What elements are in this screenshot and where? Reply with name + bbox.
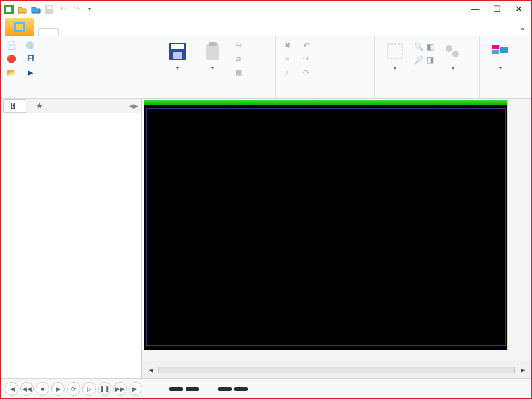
close-button[interactable]: ✕	[508, 2, 529, 17]
go-start-button[interactable]: |◀	[5, 382, 18, 396]
quick-access-toolbar: ↶ ↷ ▾	[3, 4, 95, 15]
record-icon: 🔴	[6, 53, 17, 64]
svg-rect-9	[206, 44, 219, 60]
save-icon	[167, 41, 188, 62]
undo-button[interactable]: ↶	[299, 39, 315, 51]
paste-button[interactable]: ▾	[196, 38, 229, 96]
time-ruler[interactable]	[142, 350, 531, 361]
cd-icon: 💿	[25, 40, 36, 51]
view-button[interactable]: ▾	[484, 38, 516, 96]
scroll-left-icon[interactable]: ◀	[146, 365, 155, 375]
new-file-icon: 📄	[6, 40, 17, 51]
tab-noise-reduction[interactable]	[115, 29, 134, 36]
qat-open2-icon[interactable]	[30, 4, 41, 15]
ribbon-group-editing: ✖ ⌗ ♪ ↶ ↷ ⟳	[276, 36, 375, 98]
scroll-strip: ◀ ▶	[142, 361, 531, 378]
qat-redo-icon[interactable]: ↷	[71, 4, 82, 15]
stop-button[interactable]: ■	[36, 382, 49, 396]
repeat-button[interactable]: ⟳	[299, 66, 315, 78]
tab-bookmark[interactable]	[134, 29, 153, 36]
waveform-canvas[interactable]	[144, 100, 507, 350]
delete-button[interactable]: ✖	[280, 39, 296, 51]
open-button[interactable]: 📂	[5, 66, 21, 78]
delete-icon: ✖	[282, 40, 292, 51]
save-button[interactable]: ▾	[161, 38, 194, 96]
marker-b-icon[interactable]: ◨	[427, 55, 434, 65]
effect-button[interactable]: ▾	[437, 38, 469, 96]
ribbon-group-save: ▾	[157, 36, 192, 98]
zoom-out-icon[interactable]: 🔎	[414, 55, 424, 65]
qat-undo-icon[interactable]: ↶	[57, 4, 68, 15]
sidebar-next-icon[interactable]: ▶	[134, 103, 138, 109]
tab-home[interactable]	[38, 28, 59, 36]
undo-icon: ↶	[300, 40, 311, 51]
svg-point-12	[446, 45, 452, 52]
tab-options[interactable]	[153, 29, 172, 36]
youtube-icon: ▶	[25, 67, 36, 78]
cut-button[interactable]: ✂	[232, 39, 248, 51]
load-cd-button[interactable]: 💿	[24, 39, 40, 51]
select-button[interactable]: ▾	[379, 38, 411, 96]
svg-rect-11	[388, 44, 402, 59]
sidebar-tabs: 🎚 ★ ◀▶	[1, 99, 141, 113]
pause-button[interactable]: ❚❚	[98, 382, 111, 396]
svg-rect-1	[6, 7, 11, 12]
select-all-icon: ▦	[233, 67, 244, 78]
get-youtube-button[interactable]: ▶	[24, 66, 40, 78]
qat-open-icon[interactable]	[17, 4, 28, 15]
forward-button[interactable]: ▶▶	[113, 382, 127, 396]
mix-file-button[interactable]: ♪	[280, 66, 296, 78]
ribbon-tabs: ⌃	[1, 18, 531, 36]
redo-icon: ↷	[300, 53, 311, 64]
group-label	[5, 96, 153, 97]
maximize-button[interactable]: ☐	[487, 2, 507, 17]
play-button[interactable]: ▶	[51, 382, 65, 396]
ribbon-group-clipboard: ▾ ✂ ⧉ ▦	[192, 36, 276, 98]
svg-rect-7	[171, 44, 184, 49]
go-end-button[interactable]: ▶|	[129, 382, 142, 396]
horizontal-scrollbar[interactable]	[158, 367, 515, 373]
minimize-button[interactable]: —	[465, 2, 485, 17]
sidebar-prev-icon[interactable]: ◀	[129, 103, 134, 109]
copy-icon: ⧉	[233, 53, 244, 64]
new-file-button[interactable]: 📄	[5, 39, 21, 51]
ribbon-collapse-icon[interactable]: ⌃	[519, 26, 531, 36]
select-icon	[384, 41, 406, 62]
app-icon	[3, 4, 14, 15]
crop-button[interactable]: ⌗	[280, 53, 296, 65]
import-video-button[interactable]: 🎞	[24, 53, 40, 65]
qat-dropdown-icon[interactable]: ▾	[84, 4, 95, 15]
sidebar-tab-effects[interactable]: 🎚	[3, 99, 26, 113]
marker-a-icon[interactable]: ◧	[427, 42, 434, 51]
sidebar-tab-favorites[interactable]: ★	[30, 100, 51, 112]
tab-edit[interactable]	[78, 29, 97, 36]
length-b-time	[234, 387, 248, 391]
svg-point-13	[452, 51, 459, 57]
redo-button[interactable]: ↷	[299, 53, 315, 65]
svg-rect-16	[500, 47, 508, 53]
crop-icon: ⌗	[282, 53, 292, 64]
transport-controls: |◀ ◀◀ ■ ▶ ⟳ ▷ ❚❚ ▶▶ ▶|	[5, 382, 142, 396]
application-menu-button[interactable]	[5, 18, 34, 36]
view-icon	[489, 41, 511, 62]
ribbon-group-select-effect: ▾ 🔍 🔎 ◧ ◨ ▾	[375, 36, 480, 98]
svg-rect-14	[492, 45, 499, 49]
copy-button[interactable]: ⧉	[232, 53, 248, 65]
rewind-button[interactable]: ◀◀	[20, 382, 34, 396]
select-all-button[interactable]: ▦	[232, 66, 248, 78]
repeat-icon: ⟳	[300, 67, 311, 78]
effects-icon: 🎚	[9, 101, 18, 111]
tab-help[interactable]	[172, 29, 191, 36]
cut-icon: ✂	[233, 40, 244, 51]
new-record-button[interactable]: 🔴	[5, 53, 21, 65]
play-selection-button[interactable]: ▷	[82, 382, 96, 396]
svg-rect-8	[173, 52, 182, 59]
scroll-right-icon[interactable]: ▶	[518, 365, 527, 375]
loop-button[interactable]: ⟳	[67, 382, 80, 396]
zoom-in-icon[interactable]: 🔍	[414, 42, 424, 51]
tab-effect[interactable]	[97, 29, 115, 36]
effects-tree[interactable]	[1, 113, 141, 378]
qat-save-icon[interactable]	[44, 4, 55, 15]
selection-start-time	[169, 387, 183, 391]
tab-file[interactable]	[59, 29, 78, 36]
